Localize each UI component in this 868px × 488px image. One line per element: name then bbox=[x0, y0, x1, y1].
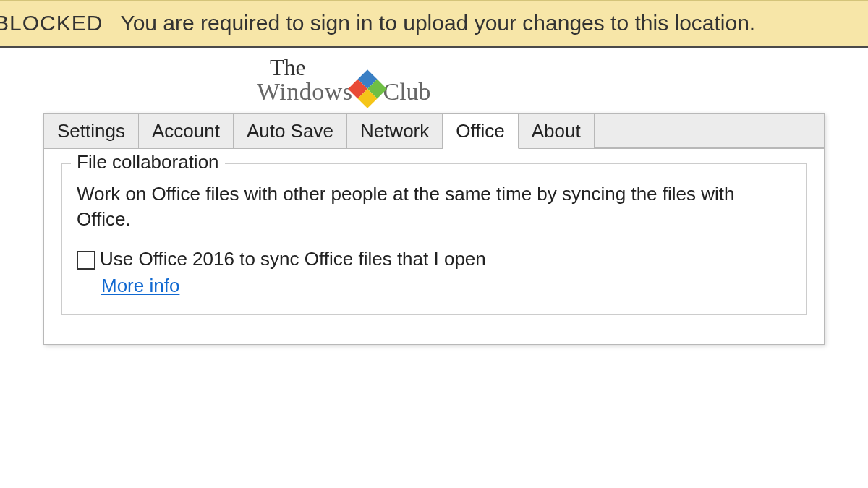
fieldset-legend: File collaboration bbox=[71, 151, 225, 174]
notification-message: You are required to sign in to upload yo… bbox=[120, 11, 755, 35]
watermark-windows-text: Windows bbox=[257, 78, 352, 106]
tab-account[interactable]: Account bbox=[139, 114, 234, 148]
watermark-club-text: Club bbox=[383, 78, 430, 106]
sync-checkbox-row: Use Office 2016 to sync Office files tha… bbox=[77, 248, 791, 270]
sync-office-checkbox-label: Use Office 2016 to sync Office files tha… bbox=[100, 248, 486, 270]
upload-blocked-notification: D BLOCKED You are required to sign in to… bbox=[0, 0, 868, 48]
tab-network[interactable]: Network bbox=[347, 114, 443, 148]
sync-office-checkbox[interactable] bbox=[77, 251, 95, 270]
more-info-link[interactable]: More info bbox=[101, 275, 179, 297]
notification-title: D BLOCKED bbox=[0, 11, 103, 35]
tab-about[interactable]: About bbox=[519, 114, 595, 148]
tab-settings[interactable]: Settings bbox=[44, 114, 139, 148]
settings-dialog: Settings Account Auto Save Network Offic… bbox=[43, 113, 825, 345]
fieldset-description: Work on Office files with other people a… bbox=[77, 181, 791, 232]
tab-office[interactable]: Office bbox=[443, 114, 518, 149]
watermark-logo: The Windows Club bbox=[257, 54, 431, 106]
watermark-line1: The bbox=[270, 54, 431, 81]
file-collaboration-fieldset: File collaboration Work on Office files … bbox=[61, 163, 807, 315]
tabs-row: Settings Account Auto Save Network Offic… bbox=[44, 114, 824, 149]
tab-content-office: File collaboration Work on Office files … bbox=[44, 149, 824, 344]
tab-auto-save[interactable]: Auto Save bbox=[234, 114, 347, 148]
